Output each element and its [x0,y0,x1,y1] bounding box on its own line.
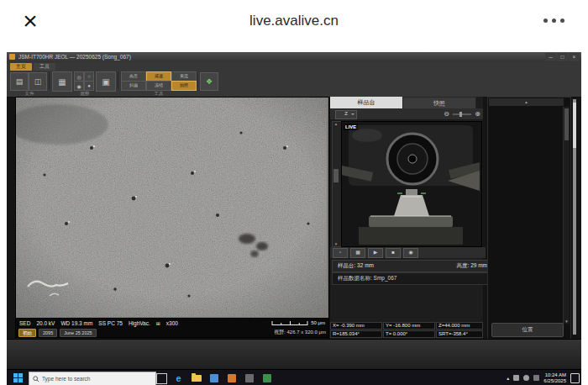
navigation-button[interactable]: ❖ [200,72,218,91]
ribbon-divider [197,72,197,89]
app-icon-gray[interactable] [242,371,256,385]
volume-icon[interactable] [523,375,529,381]
coord-r: R=185.034° [330,330,382,338]
open-button[interactable]: ◫ [29,72,47,91]
ribbon-tab-home[interactable]: 主页 [10,63,32,71]
status-row: SED 20.0 kV WD 19.3 mm SS PC 75 HighVac.… [16,318,328,328]
fov-label: 视野: 426.7 x 320.0 μm [274,329,326,336]
coord-x: X= -0.390 mm [330,322,382,330]
coord-t: T= 0.000° [383,330,435,338]
maximize-button[interactable]: □ [557,53,568,61]
search-icon [33,376,39,382]
camera-toolbar: Z ⊖ ⊕ [330,108,483,120]
app-icon-blue[interactable] [207,371,221,385]
file-button[interactable]: ▤ [10,72,29,91]
stage-panel: 样品台 快照 Z ⊖ ⊕ ▲ ▼ [330,97,483,339]
app-icon-orange[interactable] [224,371,239,385]
image-status-bar: SED 20.0 kV WD 19.3 mm SS PC 75 HighVac.… [15,318,329,338]
app-icon-green[interactable] [260,371,274,385]
browser-topbar: × live.avalive.cn [0,0,588,44]
task-view-icon[interactable] [156,373,167,384]
tab-stage[interactable]: 样品台 [330,97,402,108]
control-bar: ◉ 观察 ✚ 定位 ❖ 导航 ⊙ 聚焦 ✱ 消像散 [7,339,581,370]
positions-panel: ▲ ▼ 位置 [487,97,571,340]
file-explorer-icon[interactable] [189,371,203,385]
start-button[interactable] [7,370,29,385]
zoom-in-icon[interactable]: ⊕ [475,110,480,118]
positions-button[interactable]: 位置 [491,323,564,337]
beam-button-4[interactable]: ● [84,81,94,91]
cam-record-button[interactable]: ◉ [403,248,418,258]
ribbon-divider [118,72,118,89]
taskbar-clock[interactable]: 10:24 AM 6/25/2025 [543,372,566,384]
minimize-button[interactable]: ─ [545,53,556,61]
page-title: live.avalive.cn [0,13,588,29]
cam-grid-button[interactable]: ▦ [350,248,365,258]
slider-up-icon[interactable]: ▲ [333,122,339,126]
scan-button[interactable]: 扫描 [121,81,146,91]
ribbon-divider [49,72,50,89]
frame-row: 初始 2095 June 25 2025 视野: 426.7 x 320.0 μ… [16,328,328,337]
coord-y: Y= -16.800 mm [383,322,435,330]
photo-button[interactable]: 拍照 [171,81,197,91]
mag-icon: ⊞ [156,320,160,326]
zoom-out-icon[interactable]: ⊖ [444,110,449,118]
specimen-name-row: 样品数据名称: Smp_067 [332,272,488,285]
ribbon-tabs: 主页 工具 [10,63,55,71]
cam-fullscreen-button[interactable]: ▫ [333,248,348,258]
camera-buttons-row: ▫ ▦ ▶ ■ ◉ [330,247,486,258]
vacuum-mode: HighVac. [129,320,150,326]
windows-taskbar: Type here to search e ▴ 10:24 AM 6/25/20… [7,369,581,385]
network-icon[interactable] [513,375,519,381]
phone-screen: × live.avalive.cn JSM-IT700HR JEOL — 202… [0,0,588,385]
scan-mode-button[interactable]: ▦ [52,71,72,92]
voltage-value: 20.0 kV [36,320,55,326]
scroll-up-button[interactable]: ▲ [489,98,564,106]
coord-srt: SRT=-358.4° [436,330,483,338]
zoom-slider[interactable] [453,113,471,115]
app-title: JSM-IT700HR JEOL — 20250625 (Song_067) [18,52,131,62]
ribbon-toolbar: 主页 工具 ▤ ◫ ▦ ◎ ○ ◉ ● ▣ 高压 减速 束流 扫描 冻结 拍照 … [7,62,581,98]
clock-date: 6/25/2025 [543,378,566,384]
ribbon-tab-tools[interactable]: 工具 [34,63,55,71]
action-center-icon[interactable] [570,373,580,383]
coord-z: Z=44.000 mm [436,322,483,330]
language-icon[interactable] [533,375,539,381]
cam-stop-button[interactable]: ■ [386,248,401,258]
taskbar-search[interactable]: Type here to search [29,372,156,385]
overflow-menu-icon[interactable] [543,18,564,23]
frame-date[interactable]: June 25 2025 [60,329,96,337]
clock-time: 10:24 AM [543,372,566,378]
freeze-button[interactable]: 冻结 [146,81,171,91]
slider-down-icon[interactable]: ▼ [333,242,339,246]
windows-logo-icon [13,373,23,382]
axis-select[interactable]: Z [335,110,357,119]
frame-tab[interactable]: 初始 [18,329,36,337]
edge-icon[interactable]: e [171,371,186,385]
window-close-button[interactable]: × [569,53,580,61]
specimen-size: 样品台: 32 mm [338,261,374,272]
cam-play-button[interactable]: ▶ [368,248,383,258]
window-scrollbar[interactable] [573,99,576,335]
scale-bar [271,320,308,326]
window-controls: ─ □ × [545,53,580,61]
slider-thumb[interactable] [333,169,339,182]
sem-image-view[interactable] [15,97,329,319]
specimen-info-row: 样品台: 32 mm 高度: 29 mm [332,260,493,272]
edge-glyph: e [176,373,181,383]
spotsize-value: SS PC 75 [98,320,123,326]
beam-button-3[interactable]: ◉ [74,81,84,91]
panel-scrollbar[interactable]: ▼ [563,107,570,324]
scrollbar-thumb[interactable] [564,108,569,140]
scroll-down-icon[interactable]: ▼ [564,319,570,324]
wd-value: WD 19.3 mm [60,320,92,326]
ribbon-group-label: 文件 [10,91,49,97]
ribbon-group-label: 观察 [52,91,118,97]
ribbon-group-label: 工具 [121,91,197,97]
window-scrollbar-thumb[interactable] [573,103,576,148]
scale-label: 50 μm [311,320,325,325]
frame-number[interactable]: 2095 [39,329,57,337]
tray-expand-icon[interactable]: ▴ [507,375,509,381]
chamber-camera-view[interactable] [341,121,482,247]
capture-button[interactable]: ▣ [96,71,116,92]
